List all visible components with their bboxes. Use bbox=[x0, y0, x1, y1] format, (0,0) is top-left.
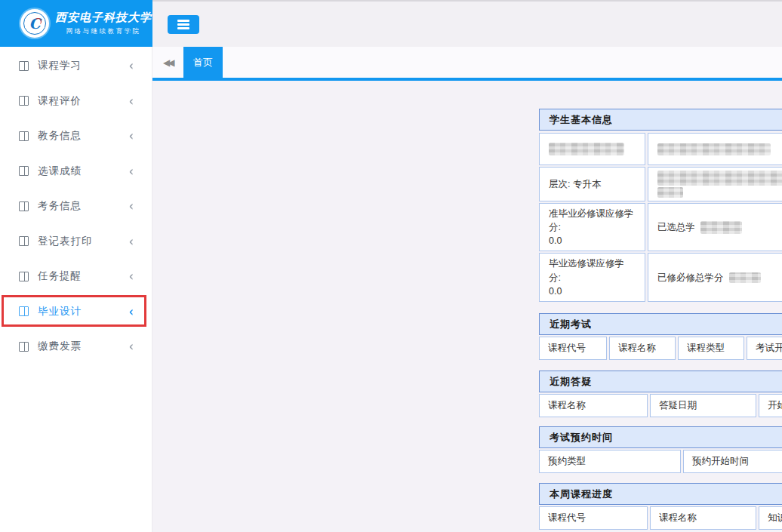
redacted-text bbox=[657, 171, 782, 186]
sidebar: 课程学习 ‹ 课程评价 ‹ 教务信息 ‹ 选课成绩 ‹ 考务信息 ‹ 登记表打印… bbox=[0, 47, 152, 532]
table-row bbox=[539, 133, 782, 165]
chevron-left-icon: ‹ bbox=[129, 198, 134, 214]
week-progress-panel: 本周课程进度 课程代号课程名称知识点 bbox=[539, 483, 782, 530]
tab-home[interactable]: 首页 bbox=[183, 47, 223, 78]
column-header: 课程名称 bbox=[609, 337, 676, 360]
exam-reservation-panel: 考试预约时间 预约类型预约开始时间 bbox=[539, 426, 782, 473]
panel-title: 近期考试 bbox=[539, 313, 782, 335]
table-header-row: 课程名称答疑日期开始时间 bbox=[539, 394, 782, 417]
columns-icon bbox=[19, 131, 29, 141]
redacted-text bbox=[657, 187, 683, 198]
hamburger-icon bbox=[177, 23, 189, 26]
column-header: 课程类型 bbox=[678, 337, 744, 360]
info-cell: 准毕业必修课应修学分: 0.0 bbox=[539, 203, 645, 251]
recent-exams-panel: 近期考试 课程代号课程名称课程类型考试开始时间 bbox=[539, 313, 782, 360]
dashboard-panels: 学生基本信息 层次: 专升本准毕业必修课应修学分: 0.0已选总学毕业选修课应修… bbox=[539, 109, 782, 530]
column-header: 课程名称 bbox=[650, 506, 756, 530]
student-info-panel: 学生基本信息 层次: 专升本准毕业必修课应修学分: 0.0已选总学毕业选修课应修… bbox=[539, 109, 782, 302]
sidebar-item-graduation-design[interactable]: 毕业设计 ‹ bbox=[0, 294, 152, 330]
cell-text: 已选总学 bbox=[657, 220, 695, 234]
hamburger-menu-button[interactable] bbox=[168, 15, 199, 34]
column-header: 课程代号 bbox=[539, 506, 648, 530]
redacted-cell bbox=[539, 133, 645, 165]
table-row: 准毕业必修课应修学分: 0.0已选总学 bbox=[539, 203, 782, 251]
redacted-text bbox=[657, 143, 771, 155]
sidebar-item-label: 教务信息 bbox=[38, 129, 82, 143]
cell-text: 准毕业必修课应修学分: 0.0 bbox=[549, 207, 636, 248]
column-header: 开始时间 bbox=[759, 394, 782, 417]
chevron-left-icon: ‹ bbox=[129, 128, 134, 144]
redacted-text bbox=[549, 143, 624, 155]
column-header: 课程代号 bbox=[539, 337, 607, 360]
chevron-left-icon: ‹ bbox=[129, 303, 134, 320]
recent-qa-panel: 近期答疑 课程名称答疑日期开始时间 bbox=[539, 371, 782, 417]
sidebar-item-course-study[interactable]: 课程学习 ‹ bbox=[0, 48, 152, 84]
columns-icon bbox=[19, 342, 29, 352]
cell-text: 毕业选修课应修学分: 0.0 bbox=[549, 257, 636, 297]
brand-logo-block[interactable]: C 西安电子科技大学 网络与继续教育学院 bbox=[0, 0, 152, 47]
table-row: 层次: 专升本 bbox=[539, 167, 782, 201]
tab-bar: ◀◀ 首页 bbox=[152, 47, 782, 78]
sidebar-item-payment-invoice[interactable]: 缴费发票 ‹ bbox=[0, 329, 152, 364]
hamburger-icon bbox=[177, 20, 189, 22]
sidebar-item-label: 课程学习 bbox=[38, 59, 82, 72]
sidebar-item-label: 缴费发票 bbox=[38, 340, 82, 353]
university-emblem-icon: C bbox=[20, 9, 49, 38]
sidebar-item-course-grades[interactable]: 选课成绩 ‹ bbox=[0, 154, 152, 189]
columns-icon bbox=[19, 272, 29, 281]
cell-text: 已修必修总学分 bbox=[657, 271, 724, 284]
table-row: 毕业选修课应修学分: 0.0已修必修总学分 bbox=[539, 253, 782, 301]
info-cell: 层次: 专升本 bbox=[539, 167, 645, 201]
sidebar-item-course-eval[interactable]: 课程评价 ‹ bbox=[0, 84, 152, 119]
columns-icon bbox=[19, 166, 29, 176]
columns-icon bbox=[19, 236, 29, 246]
sidebar-item-label: 毕业设计 bbox=[38, 305, 82, 318]
column-header: 考试开始时间 bbox=[747, 337, 782, 360]
redacted-text bbox=[729, 272, 761, 283]
sidebar-item-form-print[interactable]: 登记表打印 ‹ bbox=[0, 224, 152, 260]
double-left-arrow-icon[interactable]: ◀◀ bbox=[160, 47, 175, 78]
main-content: 学生基本信息 层次: 专升本准毕业必修课应修学分: 0.0已选总学毕业选修课应修… bbox=[152, 81, 782, 532]
columns-icon bbox=[19, 201, 29, 211]
chevron-left-icon: ‹ bbox=[129, 163, 134, 180]
sidebar-menu: 课程学习 ‹ 课程评价 ‹ 教务信息 ‹ 选课成绩 ‹ 考务信息 ‹ 登记表打印… bbox=[0, 47, 152, 364]
info-cell: 已修必修总学分 bbox=[648, 253, 782, 301]
cell-text: 层次: 专升本 bbox=[549, 177, 601, 191]
columns-icon bbox=[19, 96, 29, 106]
chevron-left-icon: ‹ bbox=[129, 233, 134, 250]
sidebar-item-label: 登记表打印 bbox=[38, 235, 93, 248]
chevron-left-icon: ‹ bbox=[129, 268, 134, 284]
redacted-cell bbox=[648, 133, 782, 165]
sidebar-item-label: 选课成绩 bbox=[38, 165, 82, 178]
hamburger-icon bbox=[177, 27, 189, 29]
column-header: 知识点 bbox=[759, 506, 782, 530]
table-header-row: 课程代号课程名称课程类型考试开始时间 bbox=[539, 337, 782, 360]
column-header: 预约类型 bbox=[539, 450, 681, 473]
sidebar-item-task-reminder[interactable]: 任务提醒 ‹ bbox=[0, 259, 152, 294]
panel-title: 本周课程进度 bbox=[539, 483, 782, 505]
chevron-left-icon: ‹ bbox=[129, 338, 134, 355]
panel-title: 近期答疑 bbox=[539, 371, 782, 392]
panel-title: 学生基本信息 bbox=[539, 109, 782, 131]
redacted-cell bbox=[648, 167, 782, 201]
info-cell: 已选总学 bbox=[648, 203, 782, 251]
panel-title: 考试预约时间 bbox=[539, 426, 782, 448]
table-header-row: 课程代号课程名称知识点 bbox=[539, 506, 782, 530]
table-header-row: 预约类型预约开始时间 bbox=[539, 450, 782, 473]
column-header: 答疑日期 bbox=[650, 394, 756, 417]
redacted-text bbox=[700, 221, 742, 234]
student-info-rows: 层次: 专升本准毕业必修课应修学分: 0.0已选总学毕业选修课应修学分: 0.0… bbox=[539, 133, 782, 302]
columns-icon bbox=[19, 61, 29, 71]
school-name: 网络与继续教育学院 bbox=[55, 27, 152, 36]
columns-icon bbox=[19, 306, 29, 316]
sidebar-item-academic-info[interactable]: 教务信息 ‹ bbox=[0, 118, 152, 154]
info-cell: 毕业选修课应修学分: 0.0 bbox=[539, 253, 645, 301]
sidebar-item-label: 考务信息 bbox=[38, 199, 82, 213]
university-name: 西安电子科技大学 bbox=[55, 11, 152, 25]
chevron-left-icon: ‹ bbox=[129, 57, 134, 74]
column-header: 预约开始时间 bbox=[683, 450, 782, 473]
sidebar-item-exam-info[interactable]: 考务信息 ‹ bbox=[0, 189, 152, 224]
sidebar-item-label: 任务提醒 bbox=[38, 269, 82, 283]
chevron-left-icon: ‹ bbox=[129, 93, 134, 109]
sidebar-item-label: 课程评价 bbox=[38, 94, 82, 108]
